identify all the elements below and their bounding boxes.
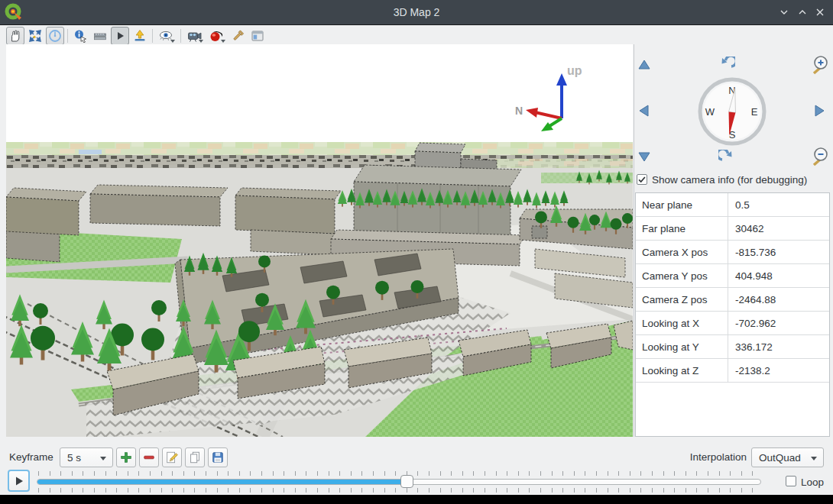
zoom-out-button[interactable] [809,147,828,166]
tilt-up-button[interactable] [637,58,651,72]
toolbar [0,25,833,44]
hand-icon [8,29,22,43]
effects-button[interactable] [207,27,227,45]
measurement-line-button[interactable] [91,27,109,45]
add-keyframe-button[interactable] [116,447,136,467]
export-up-arrow-icon [133,29,147,43]
keyframe-combobox[interactable]: 5 s [60,447,113,467]
qgis-3d-map-window: 3D Map 2 [0,0,833,495]
table-row: Looking at X-702.962 [636,312,829,335]
camera-menu-button[interactable] [184,27,205,45]
play-icon [113,29,127,43]
ruler-icon [93,29,107,43]
pencil-icon [165,451,179,464]
slider-handle[interactable] [400,475,413,488]
interpolation-value: OutQuad [759,452,801,464]
animations-button[interactable] [111,27,129,45]
edit-keyframe-button[interactable] [162,447,182,467]
compass[interactable]: N E S W [697,76,767,147]
sky [6,44,633,153]
rotate-ccw-button[interactable] [718,57,735,73]
dropdown-caret-icon [221,40,225,43]
slider-ticks-top [38,471,760,476]
play-animation-button[interactable] [8,470,30,492]
zoom-full-icon [28,29,42,43]
pan-right-button[interactable] [813,104,827,118]
rotate-cw-button[interactable] [718,150,735,166]
camera-pan-button[interactable] [6,27,24,45]
zoom-in-button[interactable] [809,55,828,75]
maximize-button[interactable] [796,6,809,18]
panel-divider [634,44,634,437]
dock-view-button[interactable] [248,27,267,45]
view-themes-button[interactable] [156,27,177,45]
table-row: Camera Y pos404.948 [636,264,829,288]
play-icon [14,476,24,486]
floppy-save-icon [211,451,225,464]
navigation-dial-icon [48,29,62,43]
3d-scene: up N [6,44,633,437]
interpolation-label: Interpolation [657,451,747,463]
wrench-icon [231,29,245,43]
table-row: Looking at Z-2138.2 [636,359,829,383]
zoom-full-button[interactable] [26,27,44,45]
interpolation-combobox[interactable]: OutQuad [751,447,824,467]
table-row: Camera X pos-815.736 [636,241,829,264]
combo-caret-icon [100,457,106,460]
axis-up-label: up [567,64,582,77]
identify-icon [73,29,87,43]
titlebar[interactable]: 3D Map 2 [0,0,833,25]
identify-button[interactable] [71,27,89,45]
table-row: Camera Z pos-2464.88 [636,288,829,312]
duplicate-keyframe-button[interactable] [185,447,205,467]
camera-info-label: Show camera info (for debugging) [652,174,807,186]
dock-window-icon [251,29,264,43]
dropdown-caret-icon [199,40,203,43]
keyframe-value: 5 s [67,452,81,464]
table-row: Looking at Y336.172 [636,335,829,359]
toolbar-separator [67,29,68,43]
table-row: Near plane0.5 [636,193,829,217]
compass-e: E [751,106,758,118]
on-screen-navigation-button[interactable] [46,27,64,45]
minimize-button[interactable] [778,6,790,18]
remove-keyframe-button[interactable] [139,447,159,467]
animation-slider[interactable] [37,479,761,485]
compass-w: W [705,106,715,118]
dropdown-caret-icon [170,40,175,43]
camera-info-table: Near plane0.5 Far plane30462 Camera X po… [635,192,830,437]
combo-caret-icon [811,457,817,460]
tilt-down-button[interactable] [637,150,651,163]
save-animation-button[interactable] [208,447,228,467]
3d-viewport[interactable]: up N [6,44,633,437]
configure-button[interactable] [229,27,247,45]
copy-icon [188,451,202,464]
toolbar-separator [180,29,181,43]
export-scene-button[interactable] [131,27,149,45]
pan-left-button[interactable] [637,104,650,118]
check-icon [637,175,647,184]
loop-checkbox[interactable] [786,476,796,486]
toolbar-separator [152,29,153,43]
show-camera-info-checkbox[interactable] [637,174,647,185]
table-row: Far plane30462 [636,217,829,241]
axis-north-label: N [515,105,523,117]
slider-ticks-bottom [38,488,760,493]
window-title: 3D Map 2 [0,0,833,24]
slider-fill [37,480,403,484]
keyframe-label: Keyframe [9,451,53,463]
plus-icon [119,451,133,464]
minus-icon [142,451,156,464]
loop-label: Loop [801,477,824,488]
close-button[interactable] [814,6,826,18]
